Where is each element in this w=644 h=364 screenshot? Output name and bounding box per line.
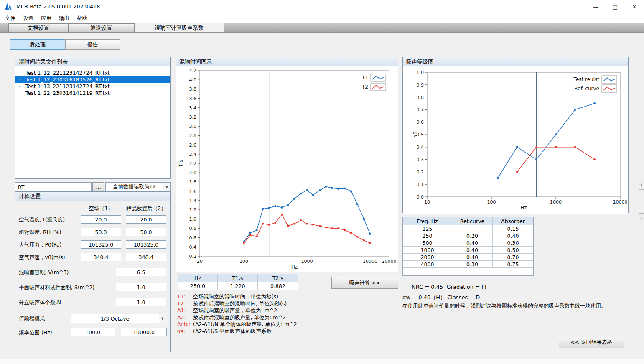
table-cell: 0.40 [493,232,533,239]
rt-chart[interactable]: 0.20.40.60.81.01.21.41.61.82.02.22.42.62… [176,66,398,272]
rt-chart-header: 混响时间图示 [176,57,398,66]
field-input-sample[interactable] [126,253,166,261]
field-label: 混响室容积, V(m^3) [19,269,69,276]
sub-tab-0[interactable]: 后处理 [10,39,65,50]
collapse-panel-toggle-2[interactable]: ‹ [639,213,644,223]
svg-text:T1: T1 [361,75,368,81]
table-cell: 0.50 [493,247,533,254]
window-title: MCR Beta 2.05.0.001 20230418 [16,3,100,10]
svg-text:0.9: 0.9 [417,82,424,88]
calc-field-row-2: 大气压力，P0(Pa) [15,240,170,249]
table-cell: 1.220 [218,282,258,290]
freq-max-input[interactable] [121,328,167,336]
field-input-empty[interactable] [81,253,121,261]
titlebar[interactable]: MCR Beta 2.05.0.001 20230418 — □ ✕ [0,0,644,13]
chevron-down-icon: ▼ [163,183,170,191]
table-cell: 0.15 [493,225,533,232]
field-input-empty[interactable] [81,215,121,224]
octave-mode-value: 1/3 Octave [71,314,159,323]
table-header-row: HzT1,sT2,s [178,274,298,282]
field-label: 相对湿度, RH (%) [19,229,61,236]
svg-text:20: 20 [197,259,203,264]
note-text: 放试件后混响室的混响时间, 单位为秒(s) [193,300,287,308]
svg-text:1.8: 1.8 [189,179,197,185]
sub-tab-1[interactable]: 报告 [65,39,120,50]
svg-text:Ref. curve: Ref. curve [574,86,599,92]
collapse-panel-toggle-1[interactable]: ‹ [639,180,644,190]
rt-name-input[interactable] [15,182,92,191]
octave-mode-combo[interactable]: 1/3 Octave▼ [71,314,166,323]
column-header: T2,s [258,274,298,282]
rating-chart[interactable]: 0.00.10.20.30.40.50.60.70.80.91.01010010… [403,66,628,214]
file-list-item-1[interactable]: Test 1_12_230316183526_RT.txt [15,76,170,83]
note-key: T2: [177,300,193,308]
back-to-results-button[interactable]: << 返回结果表格 [559,337,624,348]
column-header: Absorber [493,217,533,225]
field-input-empty[interactable] [81,240,121,249]
main-tab-2[interactable]: 混响室计算吸声系数 [134,23,224,32]
browse-button[interactable]: ... [92,182,104,191]
field-input-sample[interactable] [126,215,166,224]
main-tab-strip: 文档设置通道设置混响室计算吸声系数 [0,23,644,33]
menu-item-4[interactable]: 帮助 [73,14,91,23]
menu-item-3[interactable]: 输出 [55,14,73,23]
note-key: A2: [177,314,193,321]
svg-text:T,s: T,s [178,160,184,167]
svg-text:1.2: 1.2 [189,207,197,213]
rating-table: Freq. HzRef.curveAbsorber1250.152500.200… [402,217,534,276]
menu-item-0[interactable]: 文件 [1,14,19,23]
table-row-0: 1250.15 [403,225,533,232]
chevron-left-icon: ‹ [641,183,643,187]
field-label: 大气压力，P0(Pa) [19,242,61,249]
field-input-sample[interactable] [126,228,166,236]
table-row-3: 10000.400.50 [403,247,533,254]
field-input-sample[interactable] [126,240,166,249]
field-label: 空气温度, t(摄氏度) [19,216,65,224]
svg-text:2.6: 2.6 [189,143,197,148]
table-cell: 0.40 [452,254,493,261]
calc-settings-panel: 计算设置 空场（1）样品放置后（2）空气温度, t(摄氏度)相对湿度, RH (… [15,191,171,352]
close-button[interactable]: ✕ [625,0,644,13]
field-input[interactable] [116,283,166,291]
table-cell: 0.75 [493,261,533,268]
svg-text:Hz: Hz [291,264,298,270]
file-list-item-0[interactable]: Test 1_12_221123142724_RT.txt [15,69,170,76]
svg-text:1.6: 1.6 [189,189,197,194]
main-tab-1[interactable]: 通道设置 [68,23,134,32]
freq-min-input[interactable] [71,328,115,336]
field-input[interactable] [116,268,166,276]
table-row-5: 40000.300.75 [403,261,533,268]
rating-chart-header: 吸声等级图 [403,57,628,66]
absorb-calc-button[interactable]: 吸声计算 >> [331,277,398,289]
table-cell: 4000 [403,261,452,268]
menu-item-1[interactable]: 设置 [19,14,37,23]
svg-text:1000: 1000 [550,199,562,205]
svg-text:3.2: 3.2 [189,115,197,120]
calc-single-row-2: 分立吸声体个数,N [15,298,170,307]
svg-text:0.4: 0.4 [189,244,197,250]
field-input[interactable] [116,298,166,306]
svg-text:3.8: 3.8 [189,87,197,92]
field-input-empty[interactable] [81,228,121,236]
note-key: T1: [177,293,193,300]
menu-item-2[interactable]: 应用 [37,14,55,23]
main-tab-0[interactable]: 文档设置 [8,23,68,32]
calc-field-row-0: 空气温度, t(摄氏度) [15,215,170,224]
table-cell: 500 [403,239,452,247]
minimize-button[interactable]: — [586,0,606,13]
svg-text:2.4: 2.4 [189,152,197,157]
svg-text:100: 100 [239,259,248,264]
svg-text:0.6: 0.6 [417,120,424,125]
table-cell: 0.30 [493,239,533,247]
table-cell: 0.70 [493,254,533,261]
file-list-item-3[interactable]: Test 1_22_230316141219_RT.txt [15,89,170,96]
calc-single-row-1: 平面吸声材料试件面积, S(m^2) [15,283,170,292]
maximize-button[interactable]: □ [606,0,625,13]
svg-text:0.8: 0.8 [417,95,424,100]
col-header-field-1: 空场（1） [81,205,121,212]
data-read-mode-combo[interactable]: 当前数据读取为T2 ▼ [105,182,171,191]
file-list-item-2[interactable]: Test 1_13_221123142724_RT.txt [15,83,170,89]
file-name: Test 1_22_230316141219_RT.txt [25,90,110,96]
tree-connector-icon [19,73,23,73]
svg-text:0.6: 0.6 [189,235,197,241]
